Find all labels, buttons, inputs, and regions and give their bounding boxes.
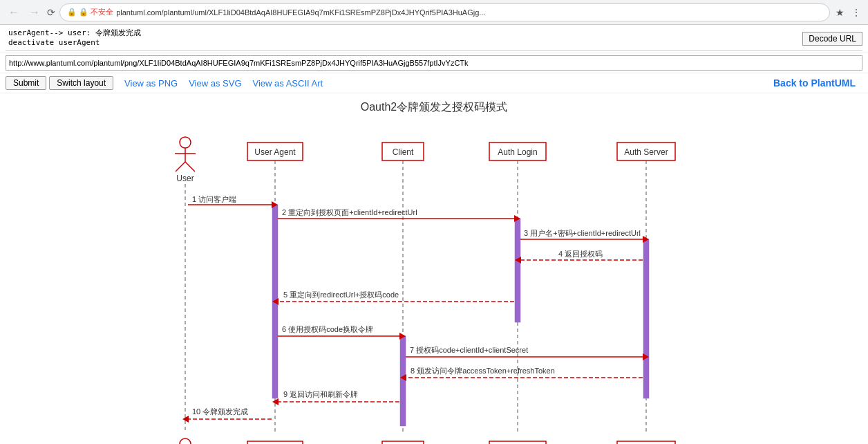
svg-text:Client: Client: [393, 147, 414, 157]
msg-label-2: 2 重定向到授权页面+clientId+redirectUrl: [282, 208, 417, 216]
msg-label-8: 8 颁发访问令牌accessToken+refreshToken: [411, 367, 555, 375]
msg-label-10: 10 令牌颁发完成: [192, 407, 248, 416]
textarea-row: userAgent--> user: 令牌颁发完成 deactivate use…: [0, 25, 868, 53]
view-ascii-link[interactable]: View as ASCII Art: [253, 78, 323, 89]
submit-button[interactable]: Submit: [6, 76, 46, 90]
svg-point-0: [180, 137, 191, 148]
browser-nav-bar: ← → ⟳ 🔒 🔒 不安全 plantuml.com/plantuml/uml/…: [0, 0, 868, 25]
msg-label-4: 4 返回授权码: [558, 250, 603, 258]
address-text: plantuml.com/plantuml/uml/XLF1IiD04BtdAq…: [116, 8, 822, 17]
participant-authserver-bottom: Auth Server: [617, 441, 675, 444]
participant-authlogin-bottom: Auth Login: [489, 441, 546, 444]
svg-rect-20: [247, 441, 303, 444]
plantuml-textarea[interactable]: userAgent--> user: 令牌颁发完成 deactivate use…: [6, 26, 862, 51]
svg-text:User Agent: User Agent: [254, 147, 296, 157]
svg-text:User: User: [176, 174, 194, 183]
browser-right-icons: ★ ⋮: [834, 6, 862, 19]
action-links: View as PNG View as SVG View as ASCII Ar…: [124, 78, 323, 89]
msg-label-5: 5 重定向到redirectUrl+授权码code: [283, 290, 399, 299]
msg-label-6: 6 使用授权码code换取令牌: [282, 325, 373, 333]
menu-button[interactable]: ⋮: [850, 6, 862, 19]
svg-text:Auth Server: Auth Server: [624, 147, 668, 157]
msg-label-1: 1 访问客户端: [192, 195, 236, 203]
reload-button[interactable]: ⟳: [47, 7, 55, 18]
participant-user-top: User: [175, 137, 196, 183]
view-png-link[interactable]: View as PNG: [124, 78, 178, 89]
participant-authserver-top: Auth Server: [617, 142, 675, 160]
diagram-title: Oauth2令牌颁发之授权码模式: [151, 100, 717, 115]
decode-url-button[interactable]: Decode URL: [802, 32, 862, 46]
svg-line-4: [185, 162, 195, 172]
svg-rect-22: [382, 441, 424, 444]
back-button[interactable]: ←: [6, 5, 22, 20]
url-row: [0, 53, 868, 73]
svg-text:Auth Login: Auth Login: [498, 147, 537, 157]
bookmark-button[interactable]: ★: [834, 6, 846, 19]
sequence-diagram-svg: User User Agent Client Auth Login Auth S…: [151, 129, 717, 444]
participant-client-bottom: Client: [382, 441, 424, 444]
diagram-container: Oauth2令牌颁发之授权码模式 User User Agent: [151, 100, 717, 444]
url-input[interactable]: [6, 55, 862, 71]
back-to-plantuml-link[interactable]: Back to PlantUML: [773, 77, 856, 89]
msg-label-3: 3 用户名+密码+clientId+redirectUrl: [524, 229, 641, 237]
participant-authlogin-top: Auth Login: [489, 142, 546, 160]
svg-line-3: [176, 162, 185, 172]
address-bar[interactable]: 🔒 🔒 不安全 plantuml.com/plantuml/uml/XLF1Ii…: [59, 3, 830, 21]
svg-rect-24: [489, 441, 546, 444]
secure-icon: 🔒 🔒 不安全: [67, 7, 113, 17]
view-svg-link[interactable]: View as SVG: [189, 78, 241, 89]
activation-authserver: [643, 239, 649, 398]
forward-button[interactable]: →: [26, 5, 43, 20]
svg-point-14: [180, 438, 191, 444]
msg-label-7: 7 授权码code+clientId+clientSecret: [410, 346, 528, 354]
participant-useragent-bottom: User Agent: [247, 441, 303, 444]
participant-client-top: Client: [382, 142, 424, 160]
activation-client: [400, 336, 406, 426]
diagram-area: Oauth2令牌颁发之授权码模式 User User Agent: [0, 93, 868, 444]
svg-rect-26: [617, 441, 675, 444]
action-row: Submit Switch layout View as PNG View as…: [0, 73, 868, 93]
msg-label-9: 9 返回访问和刷新令牌: [283, 390, 358, 398]
participant-user-bottom: User: [175, 438, 196, 444]
activation-authlogin: [515, 219, 520, 322]
participant-useragent-top: User Agent: [247, 142, 303, 160]
switch-layout-button[interactable]: Switch layout: [49, 76, 113, 90]
